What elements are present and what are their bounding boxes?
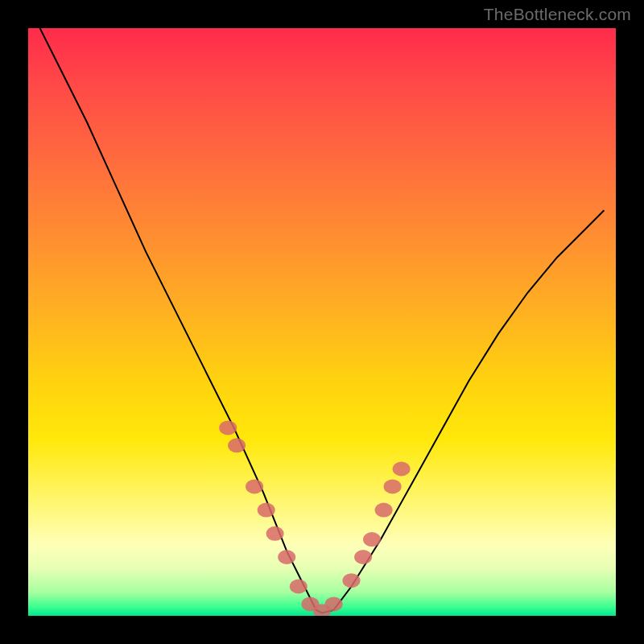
marker-point (246, 479, 263, 493)
watermark-text: TheBottleneck.com (484, 5, 631, 24)
plot-area (28, 28, 616, 616)
marker-point (343, 573, 361, 588)
chart-container: TheBottleneck.com (0, 0, 644, 644)
marker-point (354, 550, 372, 564)
marker-point (278, 550, 295, 564)
highlight-markers (219, 420, 410, 616)
marker-point (363, 532, 381, 547)
marker-point (219, 420, 237, 435)
bottleneck-curve (40, 28, 605, 613)
chart-svg (28, 28, 616, 616)
marker-point (393, 462, 411, 477)
marker-point (228, 438, 246, 452)
marker-point (384, 479, 402, 493)
marker-point (325, 597, 343, 611)
marker-point (266, 526, 284, 541)
marker-point (258, 503, 275, 518)
marker-point (375, 503, 393, 518)
marker-point (290, 580, 308, 594)
